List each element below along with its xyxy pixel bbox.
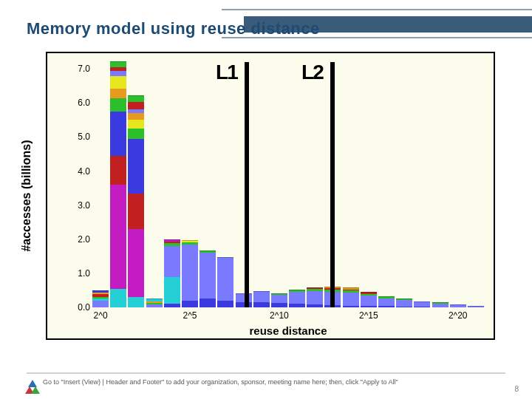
histogram-bar bbox=[128, 96, 144, 307]
bar-segment bbox=[128, 101, 144, 109]
bar-segment bbox=[289, 290, 305, 292]
histogram-bar bbox=[253, 292, 270, 307]
bar-segment bbox=[182, 300, 198, 307]
bar-segment bbox=[271, 294, 287, 304]
bar-segment bbox=[128, 128, 144, 139]
histogram-bar bbox=[396, 299, 412, 307]
histogram-bar bbox=[164, 240, 180, 307]
chart-container: #accesses (billions) 0.01.02.03.04.05.06… bbox=[46, 52, 495, 340]
bar-segment bbox=[414, 301, 430, 307]
bar-segment bbox=[182, 244, 198, 301]
bar-segment bbox=[128, 119, 144, 129]
x-tick: 2^20 bbox=[449, 310, 468, 321]
histogram-bar bbox=[200, 251, 216, 307]
bar-group bbox=[92, 62, 485, 307]
y-tick: 6.0 bbox=[78, 98, 90, 108]
bar-segment bbox=[128, 95, 144, 102]
bar-segment bbox=[164, 239, 180, 242]
footer-hint: Go to "Insert (View) | Header and Footer… bbox=[43, 378, 398, 386]
bar-segment bbox=[396, 299, 412, 306]
y-axis-label: #accesses (billions) bbox=[20, 140, 33, 251]
x-tick: 2^5 bbox=[183, 310, 197, 321]
bar-segment bbox=[110, 70, 126, 76]
histogram-bar bbox=[92, 291, 109, 307]
bar-segment bbox=[271, 293, 287, 295]
cache-marker-label: L1 bbox=[216, 61, 237, 84]
bar-segment bbox=[164, 245, 180, 277]
bar-segment bbox=[343, 287, 359, 289]
bar-segment bbox=[200, 250, 216, 253]
bar-segment bbox=[343, 292, 359, 306]
bar-segment bbox=[110, 88, 126, 99]
bar-segment bbox=[128, 296, 144, 307]
y-tick: 7.0 bbox=[78, 64, 90, 74]
bar-segment bbox=[128, 228, 144, 297]
page-number: 8 bbox=[514, 385, 519, 393]
bar-segment bbox=[253, 291, 270, 302]
histogram-bar bbox=[307, 288, 323, 307]
y-tick: 5.0 bbox=[78, 132, 90, 142]
x-tick: 2^10 bbox=[270, 310, 289, 321]
bar-segment bbox=[128, 193, 144, 229]
bar-segment bbox=[396, 299, 412, 300]
footer-rule bbox=[27, 372, 505, 374]
header-rule-top bbox=[222, 9, 532, 10]
bar-segment bbox=[110, 155, 126, 185]
cache-marker-label: L2 bbox=[301, 61, 323, 84]
bar-segment bbox=[217, 257, 233, 301]
y-tick: 3.0 bbox=[78, 200, 90, 211]
histogram-bar bbox=[343, 288, 359, 307]
histogram-bar bbox=[271, 294, 287, 307]
y-tick: 4.0 bbox=[78, 166, 90, 177]
x-axis-label: reuse distance bbox=[92, 324, 485, 337]
bar-segment bbox=[164, 276, 180, 304]
bar-segment bbox=[253, 301, 270, 307]
y-tick: 2.0 bbox=[78, 234, 90, 245]
histogram-bar bbox=[182, 241, 198, 307]
bar-segment bbox=[110, 61, 126, 67]
y-axis: 0.01.02.03.04.05.06.07.0 bbox=[47, 62, 92, 307]
histogram-bar bbox=[289, 290, 305, 307]
plot-area: L1L2 bbox=[92, 62, 485, 307]
bar-segment bbox=[378, 296, 395, 299]
cache-marker-line bbox=[330, 62, 335, 307]
x-axis: reuse distance 2^02^52^102^152^20 bbox=[92, 307, 485, 338]
bar-segment bbox=[128, 138, 144, 194]
bar-segment bbox=[110, 184, 126, 289]
histogram-bar bbox=[146, 299, 163, 307]
bar-segment bbox=[307, 290, 323, 304]
bar-segment bbox=[110, 75, 126, 88]
histogram-bar bbox=[217, 258, 233, 307]
bar-segment bbox=[200, 252, 216, 299]
x-tick: 2^0 bbox=[94, 310, 108, 321]
cache-marker-line bbox=[245, 62, 249, 307]
bar-segment bbox=[110, 98, 126, 112]
bar-segment bbox=[378, 298, 395, 306]
bar-segment bbox=[432, 302, 449, 304]
bar-segment bbox=[289, 291, 305, 304]
bar-segment bbox=[217, 300, 233, 307]
bar-segment bbox=[92, 290, 109, 292]
bar-segment bbox=[110, 288, 126, 307]
bar-segment bbox=[307, 287, 323, 289]
logo-icon bbox=[25, 380, 40, 395]
y-tick: 0.0 bbox=[78, 302, 90, 313]
histogram-bar bbox=[378, 297, 395, 307]
histogram-bar bbox=[110, 62, 126, 307]
bar-segment bbox=[182, 240, 198, 242]
bar-segment bbox=[361, 295, 377, 306]
slide-title: Memory model using reuse distance bbox=[27, 19, 320, 38]
y-tick: 1.0 bbox=[78, 268, 90, 279]
x-tick: 2^15 bbox=[359, 310, 378, 321]
histogram-bar bbox=[414, 302, 430, 307]
bar-segment bbox=[200, 298, 216, 307]
bar-segment bbox=[128, 112, 144, 120]
bar-segment bbox=[110, 111, 126, 156]
bar-segment bbox=[146, 299, 163, 301]
bar-segment bbox=[361, 292, 377, 293]
bar-segment bbox=[92, 300, 109, 307]
histogram-bar bbox=[361, 293, 377, 307]
